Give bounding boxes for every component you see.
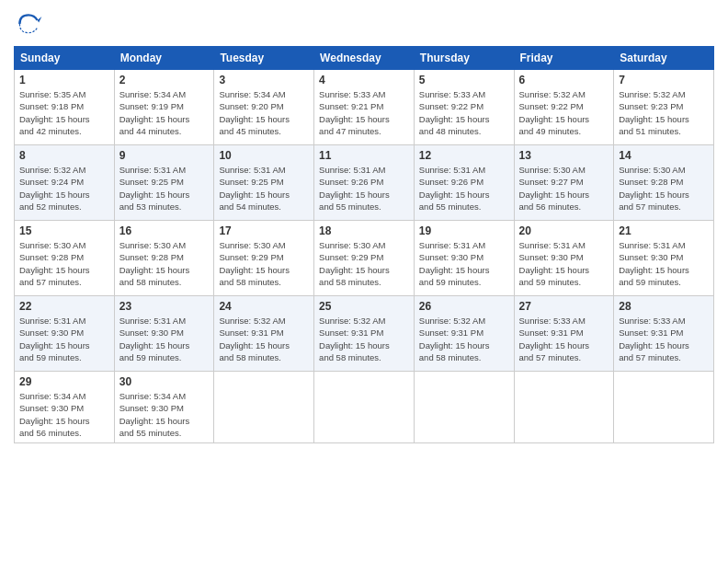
day-info: Sunrise: 5:31 AM Sunset: 9:26 PM Dayligh…: [319, 164, 409, 213]
calendar-cell: 24Sunrise: 5:32 AM Sunset: 9:31 PM Dayli…: [214, 296, 314, 372]
calendar-cell: [614, 372, 714, 443]
calendar-cell: 23Sunrise: 5:31 AM Sunset: 9:30 PM Dayli…: [114, 296, 214, 372]
day-info: Sunrise: 5:34 AM Sunset: 9:20 PM Dayligh…: [219, 88, 309, 137]
week-row-3: 15Sunrise: 5:30 AM Sunset: 9:28 PM Dayli…: [15, 221, 714, 296]
day-info: Sunrise: 5:32 AM Sunset: 9:22 PM Dayligh…: [519, 88, 609, 137]
calendar-cell: 22Sunrise: 5:31 AM Sunset: 9:30 PM Dayli…: [15, 296, 115, 372]
page: SundayMondayTuesdayWednesdayThursdayFrid…: [0, 0, 728, 563]
day-info: Sunrise: 5:31 AM Sunset: 9:30 PM Dayligh…: [419, 239, 509, 288]
day-number: 13: [519, 149, 609, 162]
day-info: Sunrise: 5:31 AM Sunset: 9:30 PM Dayligh…: [119, 315, 210, 363]
calendar-cell: 30Sunrise: 5:34 AM Sunset: 9:30 PM Dayli…: [114, 372, 214, 443]
day-number: 18: [319, 224, 409, 237]
calendar-cell: 27Sunrise: 5:33 AM Sunset: 9:31 PM Dayli…: [514, 296, 614, 372]
header-row: SundayMondayTuesdayWednesdayThursdayFrid…: [15, 47, 714, 70]
day-info: Sunrise: 5:33 AM Sunset: 9:31 PM Dayligh…: [619, 315, 709, 363]
day-number: 24: [219, 300, 309, 313]
day-info: Sunrise: 5:31 AM Sunset: 9:26 PM Dayligh…: [419, 164, 509, 213]
calendar-cell: [414, 372, 514, 443]
calendar-cell: 28Sunrise: 5:33 AM Sunset: 9:31 PM Dayli…: [614, 296, 714, 372]
day-number: 5: [419, 74, 509, 86]
calendar-cell: 8Sunrise: 5:32 AM Sunset: 9:24 PM Daylig…: [15, 145, 115, 221]
day-info: Sunrise: 5:30 AM Sunset: 9:29 PM Dayligh…: [319, 239, 409, 288]
calendar-cell: 6Sunrise: 5:32 AM Sunset: 9:22 PM Daylig…: [514, 70, 614, 145]
logo: [14, 9, 47, 39]
week-row-5: 29Sunrise: 5:34 AM Sunset: 9:30 PM Dayli…: [15, 372, 714, 443]
calendar-cell: 15Sunrise: 5:30 AM Sunset: 9:28 PM Dayli…: [15, 221, 115, 296]
day-info: Sunrise: 5:34 AM Sunset: 9:30 PM Dayligh…: [19, 390, 109, 439]
day-number: 3: [219, 74, 309, 86]
day-info: Sunrise: 5:33 AM Sunset: 9:21 PM Dayligh…: [319, 88, 409, 137]
day-info: Sunrise: 5:31 AM Sunset: 9:30 PM Dayligh…: [619, 239, 709, 288]
day-number: 19: [419, 224, 509, 237]
day-number: 27: [519, 300, 609, 313]
day-info: Sunrise: 5:30 AM Sunset: 9:27 PM Dayligh…: [519, 164, 609, 213]
day-info: Sunrise: 5:34 AM Sunset: 9:30 PM Dayligh…: [119, 390, 210, 439]
calendar-cell: 17Sunrise: 5:30 AM Sunset: 9:29 PM Dayli…: [214, 221, 314, 296]
calendar-cell: 4Sunrise: 5:33 AM Sunset: 9:21 PM Daylig…: [314, 70, 415, 145]
day-info: Sunrise: 5:32 AM Sunset: 9:23 PM Dayligh…: [619, 88, 709, 137]
calendar-cell: 21Sunrise: 5:31 AM Sunset: 9:30 PM Dayli…: [614, 221, 714, 296]
day-number: 20: [519, 224, 609, 237]
calendar-cell: 7Sunrise: 5:32 AM Sunset: 9:23 PM Daylig…: [614, 70, 714, 145]
day-info: Sunrise: 5:32 AM Sunset: 9:31 PM Dayligh…: [219, 315, 309, 363]
day-info: Sunrise: 5:32 AM Sunset: 9:31 PM Dayligh…: [319, 315, 409, 363]
day-number: 4: [319, 74, 409, 86]
calendar-cell: 18Sunrise: 5:30 AM Sunset: 9:29 PM Dayli…: [314, 221, 415, 296]
calendar-cell: [314, 372, 415, 443]
day-number: 17: [219, 224, 309, 237]
col-header-friday: Friday: [514, 47, 614, 70]
calendar-cell: 10Sunrise: 5:31 AM Sunset: 9:25 PM Dayli…: [214, 145, 314, 221]
day-number: 16: [119, 224, 210, 237]
calendar-cell: 26Sunrise: 5:32 AM Sunset: 9:31 PM Dayli…: [414, 296, 514, 372]
day-info: Sunrise: 5:33 AM Sunset: 9:22 PM Dayligh…: [419, 88, 509, 137]
calendar-cell: 14Sunrise: 5:30 AM Sunset: 9:28 PM Dayli…: [614, 145, 714, 221]
day-number: 6: [519, 74, 609, 86]
day-number: 28: [619, 300, 709, 313]
day-number: 12: [419, 149, 509, 162]
day-info: Sunrise: 5:30 AM Sunset: 9:28 PM Dayligh…: [619, 164, 709, 213]
calendar-cell: 16Sunrise: 5:30 AM Sunset: 9:28 PM Dayli…: [114, 221, 214, 296]
day-info: Sunrise: 5:35 AM Sunset: 9:18 PM Dayligh…: [19, 88, 109, 137]
day-info: Sunrise: 5:30 AM Sunset: 9:29 PM Dayligh…: [219, 239, 309, 288]
day-number: 29: [19, 375, 109, 388]
day-info: Sunrise: 5:31 AM Sunset: 9:25 PM Dayligh…: [219, 164, 309, 213]
col-header-monday: Monday: [114, 47, 214, 70]
day-info: Sunrise: 5:32 AM Sunset: 9:24 PM Dayligh…: [19, 164, 109, 213]
day-number: 9: [119, 149, 210, 162]
day-number: 2: [119, 74, 210, 86]
calendar-cell: 29Sunrise: 5:34 AM Sunset: 9:30 PM Dayli…: [15, 372, 115, 443]
day-info: Sunrise: 5:31 AM Sunset: 9:30 PM Dayligh…: [519, 239, 609, 288]
day-number: 26: [419, 300, 509, 313]
calendar-cell: 11Sunrise: 5:31 AM Sunset: 9:26 PM Dayli…: [314, 145, 415, 221]
logo-icon: [14, 9, 43, 39]
day-number: 15: [19, 224, 109, 237]
calendar-cell: 12Sunrise: 5:31 AM Sunset: 9:26 PM Dayli…: [414, 145, 514, 221]
day-info: Sunrise: 5:32 AM Sunset: 9:31 PM Dayligh…: [419, 315, 509, 363]
calendar-cell: 19Sunrise: 5:31 AM Sunset: 9:30 PM Dayli…: [414, 221, 514, 296]
day-number: 25: [319, 300, 409, 313]
day-info: Sunrise: 5:30 AM Sunset: 9:28 PM Dayligh…: [119, 239, 210, 288]
calendar-cell: 2Sunrise: 5:34 AM Sunset: 9:19 PM Daylig…: [114, 70, 214, 145]
col-header-saturday: Saturday: [614, 47, 714, 70]
day-number: 1: [19, 74, 109, 86]
week-row-2: 8Sunrise: 5:32 AM Sunset: 9:24 PM Daylig…: [15, 145, 714, 221]
day-number: 23: [119, 300, 210, 313]
col-header-wednesday: Wednesday: [314, 47, 415, 70]
calendar-cell: 25Sunrise: 5:32 AM Sunset: 9:31 PM Dayli…: [314, 296, 415, 372]
calendar-cell: 1Sunrise: 5:35 AM Sunset: 9:18 PM Daylig…: [15, 70, 115, 145]
day-number: 22: [19, 300, 109, 313]
calendar-cell: 13Sunrise: 5:30 AM Sunset: 9:27 PM Dayli…: [514, 145, 614, 221]
calendar-cell: 5Sunrise: 5:33 AM Sunset: 9:22 PM Daylig…: [414, 70, 514, 145]
day-number: 8: [19, 149, 109, 162]
day-info: Sunrise: 5:31 AM Sunset: 9:25 PM Dayligh…: [119, 164, 210, 213]
day-number: 14: [619, 149, 709, 162]
day-number: 30: [119, 375, 210, 388]
calendar-cell: 3Sunrise: 5:34 AM Sunset: 9:20 PM Daylig…: [214, 70, 314, 145]
calendar-cell: [214, 372, 314, 443]
day-info: Sunrise: 5:33 AM Sunset: 9:31 PM Dayligh…: [519, 315, 609, 363]
day-info: Sunrise: 5:30 AM Sunset: 9:28 PM Dayligh…: [19, 239, 109, 288]
day-number: 10: [219, 149, 309, 162]
calendar-cell: 9Sunrise: 5:31 AM Sunset: 9:25 PM Daylig…: [114, 145, 214, 221]
header: [14, 9, 714, 39]
